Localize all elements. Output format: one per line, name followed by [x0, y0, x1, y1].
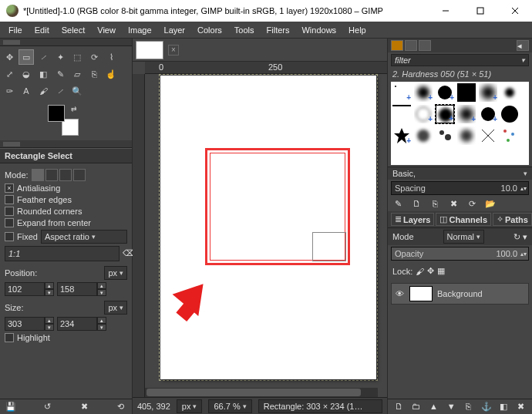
image-tab-close[interactable]: ×: [168, 45, 179, 56]
opacity-slider[interactable]: Opacity 100.0 ▴▾: [391, 247, 529, 261]
status-zoom-dropdown[interactable]: 66.7 %▾: [208, 399, 251, 413]
menu-tools[interactable]: Tools: [229, 24, 260, 36]
brush-filter[interactable]: filter ▾: [391, 54, 529, 66]
delete-icon[interactable]: ✖: [78, 402, 90, 412]
selection-rectangle[interactable]: [205, 148, 350, 265]
layer-row-background[interactable]: 👁 Background: [391, 283, 529, 305]
lock-alpha-icon[interactable]: ▦: [437, 266, 445, 276]
position-unit-dropdown[interactable]: px▾: [104, 266, 127, 280]
mode-switch-icon[interactable]: ↻ ▾: [513, 232, 527, 242]
maximize-button[interactable]: [463, 0, 497, 22]
scrollbar-thumb[interactable]: [146, 389, 361, 396]
pos-x-input[interactable]: ▴▾: [5, 282, 54, 296]
delete-layer-icon[interactable]: ✖: [515, 402, 527, 412]
menu-help[interactable]: Help: [343, 24, 372, 36]
spacing-spinner[interactable]: ▴▾: [520, 185, 527, 192]
layer-name[interactable]: Background: [437, 289, 483, 298]
tool-crop[interactable]: ⬚: [69, 49, 85, 65]
fixed-check[interactable]: [5, 232, 14, 241]
menu-view[interactable]: View: [92, 24, 121, 36]
ruler-horizontal[interactable]: 0 250: [145, 62, 387, 74]
tool-scale[interactable]: ⤢: [2, 66, 17, 82]
tab-fonts[interactable]: [419, 40, 431, 51]
raise-layer-icon[interactable]: ▲: [427, 402, 439, 412]
edit-brush-icon[interactable]: ✎: [392, 199, 403, 209]
canvas-viewport[interactable]: [145, 74, 387, 397]
brush-preset-row[interactable]: Basic,▾: [388, 167, 532, 180]
tool-path[interactable]: ✑: [2, 83, 17, 99]
antialias-check[interactable]: [5, 183, 14, 193]
lower-layer-icon[interactable]: ▼: [445, 402, 457, 412]
size-h-input[interactable]: ▴▾: [57, 317, 106, 331]
mode-subtract[interactable]: [59, 169, 72, 181]
tool-brush[interactable]: 🖌: [35, 83, 51, 99]
highlight-check[interactable]: [5, 333, 14, 342]
tool-fuzzy-select[interactable]: ✦: [52, 49, 68, 65]
size-unit-dropdown[interactable]: px▾: [104, 301, 127, 315]
tool-eraser[interactable]: ▱: [69, 66, 85, 82]
menu-select[interactable]: Select: [56, 24, 91, 36]
new-layer-icon[interactable]: 🗋: [392, 402, 405, 412]
opacity-spinner[interactable]: ▴▾: [520, 251, 527, 257]
status-unit-dropdown[interactable]: px▾: [177, 399, 203, 413]
minimize-button[interactable]: [428, 0, 463, 22]
horizontal-scrollbar[interactable]: [145, 388, 378, 397]
reset-icon[interactable]: ⟲: [115, 402, 127, 412]
new-brush-icon[interactable]: 🗋: [411, 199, 422, 209]
tab-brushes[interactable]: [391, 40, 403, 51]
tool-zoom[interactable]: 🔍: [69, 83, 85, 99]
save-preset-icon[interactable]: 💾: [5, 402, 17, 412]
mode-replace[interactable]: [32, 169, 44, 181]
tab-channels[interactable]: ◫Channels: [436, 213, 491, 226]
tool-gradient[interactable]: ◧: [35, 66, 51, 82]
dup-brush-icon[interactable]: ⎘: [429, 199, 440, 209]
expand-check[interactable]: [5, 218, 14, 227]
menu-windows[interactable]: Windows: [296, 24, 342, 36]
del-brush-icon[interactable]: ✖: [448, 199, 459, 209]
menu-layer[interactable]: Layer: [159, 24, 191, 36]
color-swatches[interactable]: ⇄: [48, 105, 79, 136]
tool-rotate[interactable]: ⟳: [86, 49, 102, 65]
refresh-brush-icon[interactable]: ⟳: [466, 199, 477, 209]
tab-patterns[interactable]: [405, 40, 417, 51]
swap-colors-icon[interactable]: ⇄: [71, 105, 77, 113]
mode-intersect[interactable]: [73, 169, 86, 181]
lock-position-icon[interactable]: ✥: [427, 266, 434, 276]
mode-add[interactable]: [45, 169, 58, 181]
visibility-icon[interactable]: 👁: [394, 289, 405, 298]
feather-check[interactable]: [5, 195, 14, 204]
image-tab-thumb[interactable]: [136, 41, 163, 59]
tool-rect-select[interactable]: ▭: [19, 49, 34, 65]
tool-bucket[interactable]: ◒: [19, 66, 34, 82]
menu-edit[interactable]: Edit: [29, 24, 55, 36]
rounded-check[interactable]: [5, 207, 14, 216]
merge-layer-icon[interactable]: ⚓: [480, 402, 493, 412]
close-button[interactable]: [497, 0, 532, 22]
brush-grid[interactable]: + + + + + + + + +: [391, 82, 529, 165]
restore-icon[interactable]: ↺: [42, 402, 54, 412]
tool-pencil[interactable]: ✎: [52, 66, 68, 82]
menu-image[interactable]: Image: [123, 24, 157, 36]
pos-y-input[interactable]: ▴▾: [57, 282, 106, 296]
menu-filters[interactable]: Filters: [261, 24, 295, 36]
ratio-clear-icon[interactable]: ⌫: [123, 248, 133, 259]
ruler-vertical[interactable]: [133, 74, 145, 397]
tool-text[interactable]: A: [19, 83, 34, 99]
fg-color[interactable]: [48, 105, 65, 122]
spacing-slider[interactable]: Spacing 10.0 ▴▾: [391, 181, 529, 195]
mask-layer-icon[interactable]: ◧: [497, 402, 510, 412]
tool-smudge[interactable]: ☝: [103, 66, 119, 82]
tool-move[interactable]: ✥: [2, 49, 17, 65]
tab-paths[interactable]: ✧Paths: [493, 213, 532, 226]
layer-mode-dropdown[interactable]: Normal▾: [443, 230, 484, 244]
dup-layer-icon[interactable]: ⎘: [463, 402, 475, 412]
tool-color-picker[interactable]: ⟋: [52, 83, 68, 99]
menu-colors[interactable]: Colors: [192, 24, 227, 36]
size-w-input[interactable]: ▴▾: [5, 317, 54, 331]
tool-warp[interactable]: ⌇: [103, 49, 119, 65]
tool-clone[interactable]: ⎘: [86, 66, 102, 82]
open-brush-icon[interactable]: 📂: [485, 199, 496, 209]
tab-menu-icon[interactable]: ◂: [517, 40, 529, 51]
ratio-input[interactable]: [5, 246, 120, 261]
lock-pixels-icon[interactable]: 🖌: [416, 267, 424, 276]
